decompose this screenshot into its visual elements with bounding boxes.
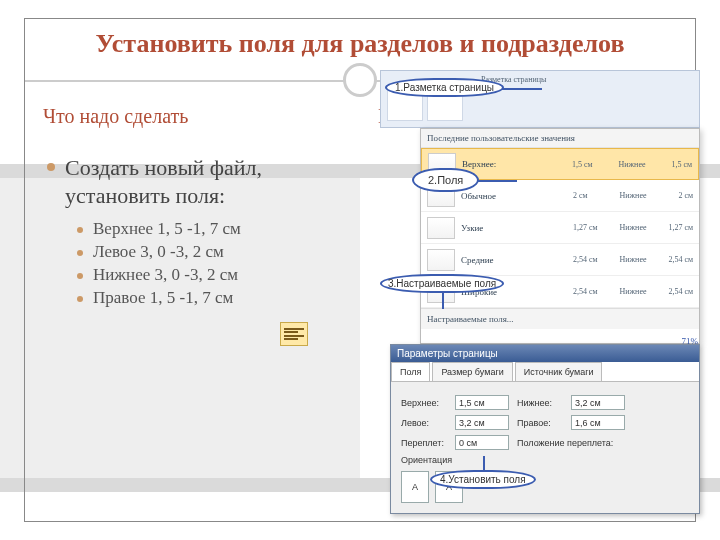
zoom-indicator: 71% [682,336,699,346]
bullet-icon [47,163,55,171]
gallery-row: Средние2,54 смНижнее2,54 см [421,244,699,276]
gallery-row: Узкие1,27 смНижнее1,27 см [421,212,699,244]
right-margin-input[interactable]: 1,6 см [571,415,625,430]
left-column: Что надо сделать Создать новый файл, уст… [25,97,360,311]
justify-align-icon [280,322,308,346]
portrait-option[interactable]: A [401,471,429,503]
gallery-header: Последние пользовательские значения [421,129,699,148]
tab-fields[interactable]: Поля [391,362,430,381]
orientation-label: Ориентация [401,455,689,465]
left-margin-input[interactable]: 3,2 см [455,415,509,430]
list-item: Нижнее 3, 0 -3, 2 см [77,265,342,285]
list-item: Правое 1, 5 -1, 7 см [77,288,342,308]
slide-title: Установить поля для разделов и подраздел… [25,19,695,63]
top-margin-input[interactable]: 1,5 см [455,395,509,410]
list-item: Левое 3, 0 -3, 2 см [77,242,342,262]
dialog-title: Параметры страницы [391,345,699,362]
callout-step-3: 3.Настраиваемые поля [380,274,504,293]
margin-list: Верхнее 1, 5 -1, 7 см Левое 3, 0 -3, 2 с… [77,219,342,308]
callout-step-4: 4.Установить поля [430,470,536,489]
margins-gallery[interactable]: Последние пользовательские значения Верх… [420,128,700,344]
main-bullet: Создать новый файл, установить поля: [47,154,342,209]
list-item: Верхнее 1, 5 -1, 7 см [77,219,342,239]
gutter-input[interactable]: 0 см [455,435,509,450]
page-setup-dialog: Параметры страницы Поля Размер бумаги Ис… [390,344,700,514]
callout-step-2: 2.Поля [412,168,479,192]
tab-paper[interactable]: Размер бумаги [432,362,512,381]
dialog-tabs: Поля Размер бумаги Источник бумаги [391,362,699,382]
callout-step-1: 1.Разметка страницы [385,78,504,97]
custom-margins-item[interactable]: Настраиваемые поля... [421,308,699,329]
tab-source[interactable]: Источник бумаги [515,362,603,381]
bottom-margin-input[interactable]: 3,2 см [571,395,625,410]
left-heading: Что надо сделать [43,105,342,128]
